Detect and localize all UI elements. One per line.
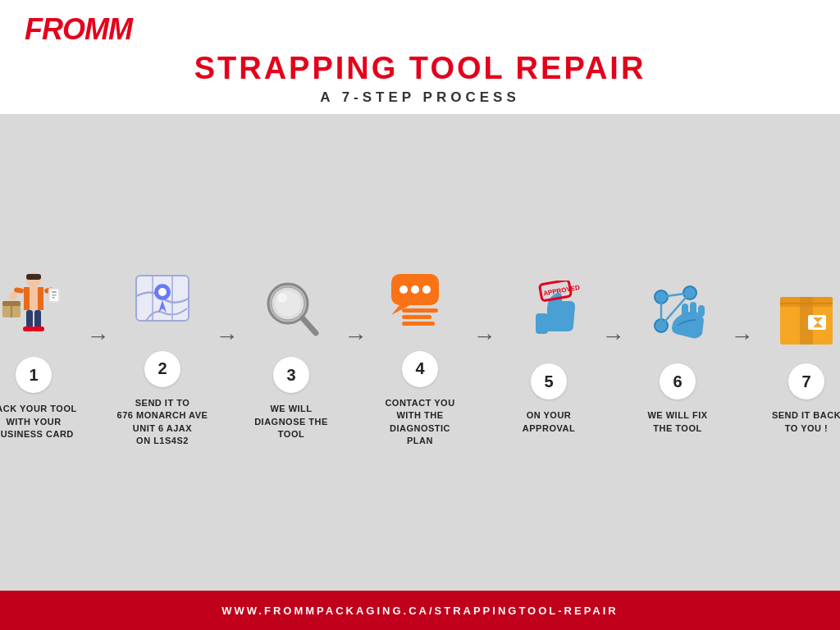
svg-point-30: [277, 293, 287, 303]
footer-url: WWW.FROMMPACKAGING.CA/STRAPPINGTOOL-REPA…: [221, 605, 618, 617]
step-3-number: 3: [273, 357, 309, 393]
svg-point-34: [399, 285, 408, 294]
fix-tool-icon: [641, 278, 714, 352]
step-2: 2 SEND IT TO676 MONARCH AVEUNIT 6 AJAXON…: [112, 266, 214, 448]
svg-rect-5: [38, 287, 43, 310]
main-title: STRAPPING TOOL REPAIR: [25, 51, 815, 86]
arrow-5: →: [602, 323, 625, 349]
arrow-1: →: [87, 323, 110, 349]
step-2-number: 2: [144, 351, 180, 387]
step-1-label: PACK YOUR TOOLWITH YOURBUSINESS CARD: [0, 403, 77, 441]
step-3: 3 WE WILLDIAGNOSE THETOOL: [240, 272, 343, 441]
gray-section: 1 PACK YOUR TOOLWITH YOURBUSINESS CARD →: [0, 114, 840, 591]
svg-point-8: [9, 292, 17, 300]
svg-rect-12: [23, 326, 34, 331]
svg-rect-49: [682, 304, 688, 317]
step-5-number: 5: [531, 363, 567, 399]
header: FROMM STRAPPING TOOL REPAIR A 7-STEP PRO…: [0, 0, 840, 114]
svg-rect-20: [52, 294, 57, 296]
svg-rect-40: [536, 313, 548, 334]
svg-point-26: [158, 288, 167, 296]
map-icon: [126, 266, 199, 340]
footer: WWW.FROMMPACKAGING.CA/STRAPPINGTOOL-REPA…: [0, 591, 840, 630]
svg-rect-39: [402, 322, 435, 326]
magnifier-icon: [254, 272, 328, 345]
svg-point-36: [422, 285, 431, 294]
title-block: STRAPPING TOOL REPAIR A 7-STEP PROCESS: [25, 51, 815, 106]
fromm-logo: FROMM: [25, 15, 132, 44]
step-2-label: SEND IT TO676 MONARCH AVEUNIT 6 AJAXON L…: [117, 397, 208, 448]
arrow-4: →: [473, 323, 496, 349]
step-7-number: 7: [788, 363, 824, 399]
svg-rect-50: [690, 302, 696, 315]
svg-rect-13: [33, 326, 44, 331]
svg-rect-38: [402, 315, 431, 319]
person-with-box-icon: [0, 272, 71, 345]
step-5-label: ON YOURAPPROVAL: [523, 409, 575, 435]
step-6-label: WE WILL FIXTHE TOOL: [647, 409, 707, 435]
step-3-label: WE WILLDIAGNOSE THETOOL: [254, 403, 328, 441]
svg-rect-51: [698, 305, 705, 317]
svg-rect-55: [808, 315, 826, 330]
step-4-number: 4: [402, 351, 438, 387]
step-4: 4 CONTACT YOUWITH THEDIAGNOSTICPLAN: [369, 266, 472, 448]
arrow-6: →: [731, 323, 754, 349]
svg-rect-4: [24, 287, 30, 310]
step-7: 7 SEND IT BACKTO YOU !: [756, 278, 841, 435]
svg-rect-37: [402, 308, 438, 313]
step-7-label: SEND IT BACKTO YOU !: [772, 409, 840, 435]
step-4-label: CONTACT YOUWITH THEDIAGNOSTICPLAN: [385, 397, 454, 448]
page-wrapper: FROMM STRAPPING TOOL REPAIR A 7-STEP PRO…: [0, 0, 840, 630]
arrow-2: →: [216, 323, 239, 349]
box-delivery-icon: [769, 278, 840, 352]
step-6: 6 WE WILL FIXTHE TOOL: [627, 278, 729, 435]
svg-rect-10: [26, 310, 33, 328]
svg-rect-21: [52, 297, 55, 299]
svg-rect-11: [34, 310, 41, 328]
arrow-3: →: [345, 323, 368, 349]
step-6-number: 6: [660, 363, 696, 399]
chat-icon: [383, 266, 457, 340]
sub-title: A 7-STEP PROCESS: [25, 89, 815, 106]
step-5: APPROVED 5 ON YOURAPPROVAL: [498, 278, 600, 435]
svg-point-35: [411, 285, 419, 294]
svg-rect-1: [26, 274, 41, 280]
step-1: 1 PACK YOUR TOOLWITH YOURBUSINESS CARD: [0, 272, 85, 441]
steps-row: 1 PACK YOUR TOOLWITH YOURBUSINESS CARD →: [12, 266, 828, 448]
step-1-number: 1: [16, 357, 52, 393]
svg-line-31: [303, 318, 316, 333]
svg-rect-19: [52, 291, 57, 293]
approved-icon: APPROVED: [512, 278, 586, 352]
